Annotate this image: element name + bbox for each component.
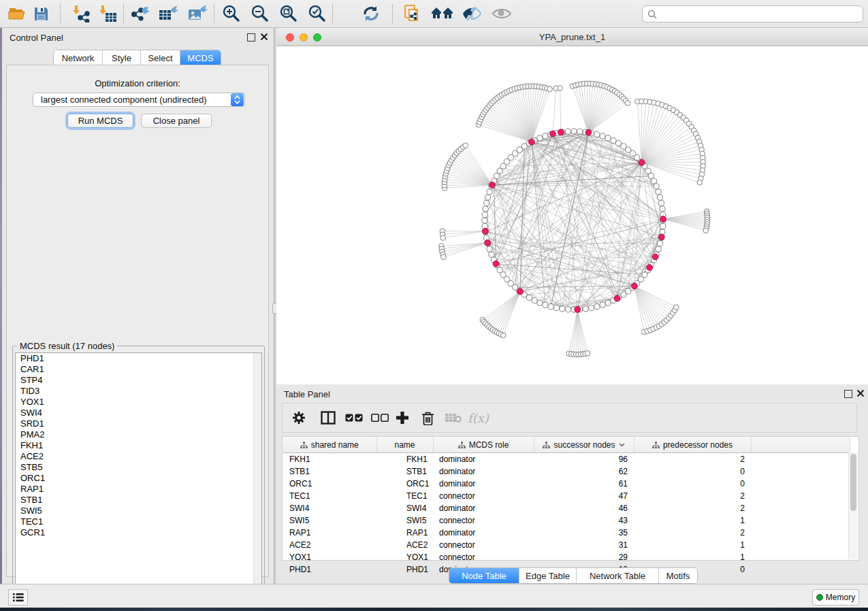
- graph-node[interactable]: [500, 272, 506, 278]
- graph-satellite-node[interactable]: [441, 254, 447, 260]
- node-table-grid[interactable]: shared name name MCDS role successor nod…: [283, 437, 850, 576]
- mcds-result-item[interactable]: STP4: [16, 375, 261, 386]
- table-cell[interactable]: TEC1: [283, 490, 376, 502]
- table-cell[interactable]: 43: [534, 514, 634, 527]
- graph-mcds-node[interactable]: [614, 295, 620, 301]
- graph-satellite-node[interactable]: [697, 180, 703, 185]
- mcds-result-item[interactable]: PHD1: [16, 353, 261, 364]
- zoom-fit-icon[interactable]: [276, 3, 300, 24]
- table-cell[interactable]: SWI5: [283, 514, 376, 527]
- graph-node[interactable]: [571, 129, 577, 134]
- graph-edge[interactable]: [585, 132, 642, 163]
- graph-mcds-node[interactable]: [660, 216, 666, 222]
- table-cell[interactable]: 61: [534, 478, 634, 490]
- graph-node[interactable]: [657, 195, 662, 200]
- mcds-result-item[interactable]: FKH1: [16, 440, 261, 451]
- delete-table-icon[interactable]: [445, 403, 462, 432]
- table-cell[interactable]: 46: [534, 502, 634, 514]
- graph-node[interactable]: [565, 307, 570, 312]
- graph-satellite-node[interactable]: [703, 228, 709, 233]
- graph-node[interactable]: [565, 129, 570, 134]
- graph-satellite-node[interactable]: [440, 235, 446, 241]
- graph-node[interactable]: [489, 252, 494, 257]
- table-cell[interactable]: 31: [534, 539, 634, 551]
- mcds-result-item[interactable]: PMA2: [16, 429, 261, 440]
- graph-edge[interactable]: [443, 231, 485, 235]
- graph-mcds-node[interactable]: [647, 265, 653, 271]
- graph-edge[interactable]: [492, 185, 656, 186]
- table-cell[interactable]: STB1: [376, 465, 433, 478]
- table-cell[interactable]: 35: [534, 527, 634, 539]
- table-scrollbar-thumb[interactable]: [850, 454, 856, 511]
- table-cell[interactable]: connector: [433, 514, 534, 527]
- delete-column-icon[interactable]: [421, 403, 434, 432]
- table-cell[interactable]: dominator: [433, 527, 534, 539]
- select-all-icon[interactable]: [345, 403, 363, 432]
- table-cell[interactable]: dominator: [433, 502, 534, 514]
- graph-node[interactable]: [483, 200, 489, 205]
- graph-node[interactable]: [656, 189, 661, 195]
- graph-node[interactable]: [537, 135, 543, 141]
- table-cell[interactable]: SWI4: [376, 502, 433, 514]
- table-cell[interactable]: TEC1: [376, 490, 433, 502]
- graph-node[interactable]: [548, 303, 553, 309]
- column-header-name[interactable]: name: [376, 437, 433, 453]
- graph-node[interactable]: [657, 241, 662, 246]
- graph-node[interactable]: [621, 144, 626, 149]
- mcds-result-list[interactable]: PHD1CAR1STP4TID3YOX1SWI4SRD1PMA2FKH1ACE2…: [15, 352, 262, 596]
- split-view-icon[interactable]: [321, 403, 336, 432]
- tab-mcds[interactable]: MCDS: [180, 50, 221, 66]
- import-table-icon[interactable]: [96, 3, 119, 24]
- graph-mcds-node[interactable]: [483, 228, 489, 234]
- graph-edge[interactable]: [489, 291, 520, 327]
- table-row[interactable]: SWI5SWI5connector431: [283, 514, 850, 527]
- mcds-result-item[interactable]: TEC1: [16, 516, 261, 527]
- tab-style[interactable]: Style: [103, 50, 141, 66]
- zoom-in-icon[interactable]: [219, 3, 242, 24]
- graph-node[interactable]: [648, 173, 654, 178]
- graph-edge[interactable]: [642, 163, 703, 170]
- mcds-result-item[interactable]: CAR1: [16, 364, 261, 375]
- table-cell[interactable]: 96: [534, 453, 634, 466]
- memory-button[interactable]: Memory: [812, 589, 859, 606]
- graph-edge[interactable]: [588, 91, 615, 133]
- graph-satellite-node[interactable]: [500, 333, 506, 338]
- mcds-result-item[interactable]: YOX1: [16, 397, 261, 408]
- graph-satellite-node[interactable]: [558, 86, 563, 91]
- mcds-result-item[interactable]: SRD1: [16, 418, 261, 429]
- graph-satellite-node[interactable]: [625, 101, 630, 106]
- table-cell[interactable]: 2: [634, 453, 751, 466]
- graph-mcds-node[interactable]: [652, 254, 658, 260]
- export-table-icon[interactable]: [157, 3, 180, 24]
- graph-edge[interactable]: [573, 86, 588, 133]
- graph-edge[interactable]: [501, 291, 520, 334]
- graph-node[interactable]: [588, 305, 594, 310]
- graph-node[interactable]: [621, 292, 626, 297]
- table-cell[interactable]: YOX1: [376, 551, 433, 563]
- graph-node[interactable]: [517, 147, 522, 152]
- save-session-icon[interactable]: [29, 3, 52, 24]
- graph-node[interactable]: [626, 288, 631, 294]
- tab-motifs[interactable]: Motifs: [659, 568, 697, 583]
- graph-mcds-node[interactable]: [517, 288, 524, 295]
- column-header-mcds-role[interactable]: MCDS role: [433, 437, 534, 453]
- mcds-result-item[interactable]: ORC1: [16, 473, 261, 484]
- graph-node[interactable]: [645, 168, 651, 174]
- zoom-out-icon[interactable]: [248, 3, 271, 24]
- import-network-icon[interactable]: [69, 3, 93, 24]
- column-header-shared-name[interactable]: shared name: [283, 437, 376, 453]
- table-cell[interactable]: YOX1: [283, 551, 376, 563]
- table-cell[interactable]: 29: [534, 551, 634, 563]
- table-row[interactable]: TEC1TEC1connector472: [283, 490, 850, 502]
- column-header-successor-nodes[interactable]: successor nodes: [534, 437, 634, 453]
- network-graph[interactable]: [276, 46, 868, 384]
- graph-node[interactable]: [594, 131, 600, 137]
- table-cell[interactable]: 0: [634, 478, 751, 490]
- graph-node[interactable]: [605, 135, 611, 141]
- table-cell[interactable]: connector: [433, 551, 534, 563]
- graph-edge[interactable]: [487, 243, 562, 309]
- table-row[interactable]: FKH1FKH1dominator962: [283, 453, 850, 466]
- table-row[interactable]: YOX1YOX1connector291: [283, 551, 850, 563]
- graph-edge[interactable]: [634, 286, 656, 327]
- run-mcds-button[interactable]: Run MCDS: [67, 114, 133, 128]
